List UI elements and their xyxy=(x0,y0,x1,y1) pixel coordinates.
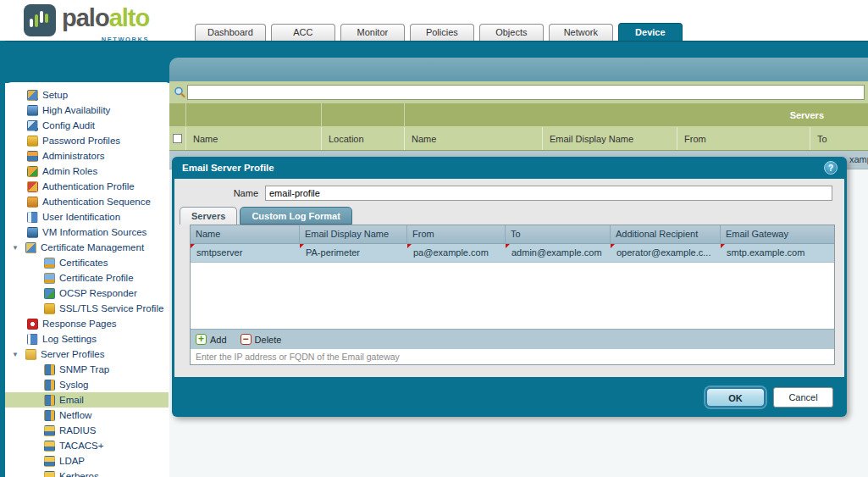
dialog-footer: OK Cancel xyxy=(172,377,847,417)
name-field-label: Name xyxy=(174,186,265,201)
cell-name: smtpserver xyxy=(191,244,300,262)
name-field-row: Name xyxy=(174,186,832,201)
sidebar-item-certificate-profile[interactable]: Certificate Profile xyxy=(5,270,169,286)
select-all-cell xyxy=(169,127,186,150)
kerberos-icon xyxy=(44,471,55,477)
table-group-header-row: Servers xyxy=(169,103,868,127)
config-audit-icon xyxy=(27,120,38,131)
servers-group-header: Servers xyxy=(405,103,868,126)
sidebar-item-password-profiles[interactable]: Password Profiles xyxy=(5,133,169,148)
tab-dashboard[interactable]: Dashboard xyxy=(195,24,266,41)
ssl-tls-service-profile-icon xyxy=(44,303,55,314)
cell-from: pa@example.com xyxy=(407,244,506,262)
sidebar-item-response-pages[interactable]: Response Pages xyxy=(5,316,169,331)
user-identification-icon xyxy=(27,212,38,223)
sidebar-item-ldap[interactable]: LDAP xyxy=(5,453,169,469)
tab-custom-log-format[interactable]: Custom Log Format xyxy=(240,207,352,225)
column-header-to[interactable]: To xyxy=(810,127,868,150)
column-header-email-gateway[interactable]: Email Gateway xyxy=(721,225,834,243)
sidebar-item-administrators[interactable]: Administrators xyxy=(5,148,169,164)
main-nav-tabs: Dashboard ACC Monitor Policies Objects N… xyxy=(195,23,683,41)
sidebar-item-log-settings[interactable]: Log Settings xyxy=(5,331,169,347)
certificate-profile-icon xyxy=(44,273,55,284)
delete-button[interactable]: −Delete xyxy=(240,334,282,345)
tab-network[interactable]: Network xyxy=(549,24,613,41)
tab-monitor[interactable]: Monitor xyxy=(340,24,405,41)
sidebar-item-snmp-trap[interactable]: SNMP Trap xyxy=(5,362,169,377)
sidebar-item-high-availability[interactable]: High Availability xyxy=(5,103,169,118)
certificates-icon xyxy=(44,258,55,269)
administrators-icon xyxy=(27,151,38,162)
ok-button[interactable]: OK xyxy=(705,387,766,408)
server-profiles-icon xyxy=(25,349,36,360)
sidebar-item-tacacs[interactable]: TACACS+ xyxy=(5,438,169,453)
sidebar-item-server-profiles[interactable]: ▼Server Profiles xyxy=(5,347,169,362)
sidebar-item-config-audit[interactable]: Config Audit xyxy=(5,118,169,133)
group-header-spacer xyxy=(322,103,405,126)
collapse-arrow-icon[interactable]: ▼ xyxy=(12,244,25,252)
server-table-row[interactable]: smtpserver PA-perimeter pa@example.com a… xyxy=(191,244,834,263)
column-header-server-name[interactable]: Name xyxy=(405,127,543,150)
sidebar-item-ssl-tls-service-profile[interactable]: SSL/TLS Service Profile xyxy=(5,301,169,316)
select-all-checkbox[interactable] xyxy=(173,134,182,143)
sidebar-item-radius[interactable]: RADIUS xyxy=(5,423,169,438)
servers-tab-panel: Name Email Display Name From To Addition… xyxy=(190,225,835,365)
column-header-email-display-name[interactable]: Email Display Name xyxy=(543,127,677,150)
group-header-spacer xyxy=(169,103,186,126)
column-header-to[interactable]: To xyxy=(506,225,611,243)
column-header-location[interactable]: Location xyxy=(322,127,405,150)
authentication-profile-icon xyxy=(27,181,38,192)
sidebar-item-admin-roles[interactable]: Admin Roles xyxy=(5,164,169,179)
sidebar-item-user-identification[interactable]: User Identification xyxy=(5,209,169,225)
column-header-name[interactable]: Name xyxy=(191,225,300,243)
sidebar-item-authentication-sequence[interactable]: Authentication Sequence xyxy=(5,194,169,209)
modified-indicator xyxy=(407,244,412,248)
sidebar-item-certificate-management[interactable]: ▼Certificate Management xyxy=(5,240,169,255)
profile-name-input[interactable] xyxy=(265,186,832,201)
sidebar-item-kerberos[interactable]: Kerberos xyxy=(5,469,169,477)
search-input[interactable] xyxy=(187,85,865,100)
cell-additional-recipient: operator@example.c... xyxy=(611,244,721,262)
table-empty-area xyxy=(191,263,834,329)
device-sidebar: Setup High Availability Config Audit Pas… xyxy=(5,82,169,477)
tab-objects[interactable]: Objects xyxy=(479,24,544,41)
column-header-email-display-name[interactable]: Email Display Name xyxy=(300,225,407,243)
vm-information-sources-icon xyxy=(27,227,38,238)
log-settings-icon xyxy=(27,334,38,345)
modified-indicator xyxy=(721,244,725,248)
sidebar-item-email[interactable]: Email xyxy=(5,392,169,408)
radius-icon xyxy=(44,425,55,436)
column-header-from[interactable]: From xyxy=(677,127,810,150)
dialog-body: Name Servers Custom Log Format Name Emai… xyxy=(174,179,844,377)
sidebar-item-certificates[interactable]: Certificates xyxy=(5,255,169,270)
sidebar-item-setup[interactable]: Setup xyxy=(5,87,169,103)
modified-indicator xyxy=(611,244,615,248)
column-header-name[interactable]: Name xyxy=(186,127,322,150)
sidebar-item-ocsp-responder[interactable]: OCSP Responder xyxy=(5,286,169,301)
servers-table-header: Name Email Display Name From To Addition… xyxy=(191,225,834,244)
collapse-arrow-icon[interactable]: ▼ xyxy=(12,351,25,358)
column-header-from[interactable]: From xyxy=(407,225,506,243)
modified-indicator xyxy=(300,244,304,248)
top-header: paloalto NETWORKS Dashboard ACC Monitor … xyxy=(0,0,868,41)
add-button[interactable]: +Add xyxy=(196,334,227,345)
tab-policies[interactable]: Policies xyxy=(410,24,474,41)
sidebar-item-vm-information-sources[interactable]: VM Information Sources xyxy=(5,225,169,240)
group-header-spacer xyxy=(186,103,322,126)
tab-acc[interactable]: ACC xyxy=(271,24,335,41)
email-icon xyxy=(44,395,55,406)
cancel-button[interactable]: Cancel xyxy=(773,387,833,408)
email-server-profile-dialog: Email Server Profile ? Name Servers Cust… xyxy=(172,157,847,417)
tab-servers[interactable]: Servers xyxy=(180,207,237,225)
email-gateway-hint: Enter the IP address or FQDN of the Emai… xyxy=(191,349,834,364)
cell-email-display-name: PA-perimeter xyxy=(300,244,407,262)
sidebar-item-syslog[interactable]: Syslog xyxy=(5,377,169,392)
sidebar-item-authentication-profile[interactable]: Authentication Profile xyxy=(5,179,169,194)
dialog-title: Email Server Profile xyxy=(172,157,847,179)
help-icon[interactable]: ? xyxy=(824,161,838,175)
response-pages-icon xyxy=(27,319,38,330)
tab-device[interactable]: Device xyxy=(618,23,683,41)
app-window: paloalto NETWORKS Dashboard ACC Monitor … xyxy=(0,0,868,477)
sidebar-item-netflow[interactable]: Netflow xyxy=(5,408,169,423)
column-header-additional-recipient[interactable]: Additional Recipient xyxy=(611,225,721,243)
